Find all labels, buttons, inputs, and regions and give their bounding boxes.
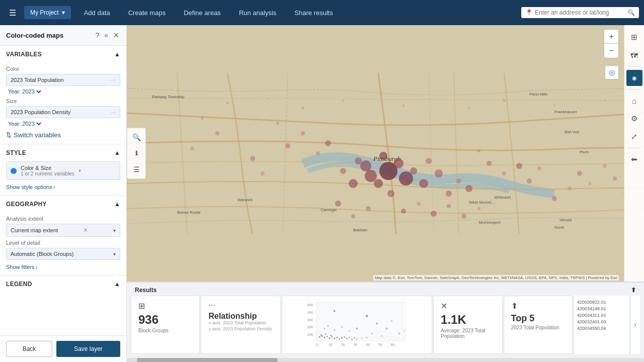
help-icon[interactable]: ? (94, 30, 100, 40)
size-label: Size (6, 98, 120, 104)
basemap-btn[interactable]: 🗺 (626, 47, 642, 63)
svg-point-26 (502, 171, 506, 175)
switch-variables-btn[interactable]: ⇅ Switch variables (6, 131, 120, 139)
svg-point-88 (332, 336, 333, 338)
svg-point-25 (487, 161, 492, 166)
count-label: Block Groups (138, 328, 192, 333)
nav-item-share-results[interactable]: Share results (285, 6, 342, 20)
size-year-dropdown[interactable]: Year: 2023 Year: 2022 (6, 120, 43, 127)
search-icon[interactable]: 🔍 (627, 9, 635, 16)
svg-point-22 (316, 151, 320, 155)
search-input[interactable] (535, 9, 625, 16)
svg-point-107 (356, 327, 358, 329)
svg-text:Versail: Versail (559, 218, 572, 222)
toolbar-divider-3 (628, 148, 640, 148)
svg-text:Whitoash: Whitoash (494, 195, 511, 200)
home-btn[interactable]: ⌂ (626, 93, 642, 109)
color-field-options[interactable]: ··· (111, 77, 116, 83)
color-year-select[interactable]: Year: 2023 Year: 2022 (6, 88, 120, 95)
svg-text:West Mumm...: West Mumm... (469, 200, 495, 205)
svg-point-83 (320, 334, 322, 336)
svg-text:Rahway Township: Rahway Township (152, 95, 185, 99)
count-value: 936 (138, 314, 192, 326)
nav-item-add-data[interactable]: Add data (75, 6, 119, 20)
analysis-extent-field[interactable]: Current map extent ✕ ▾ (6, 224, 120, 237)
results-scrollbar[interactable] (127, 358, 644, 362)
svg-text:60K: 60K (307, 303, 314, 307)
settings-btn[interactable]: ⚙ (626, 111, 642, 127)
show-style-options-link[interactable]: Show style options › (6, 184, 120, 190)
project-selector[interactable]: My Project ▾ (24, 6, 71, 19)
panel-content: Variables ▲ Color 2023 Total Population … (0, 46, 126, 335)
panel-header: Color-coded maps ? « ✕ (0, 25, 126, 46)
svg-point-115 (398, 332, 400, 334)
zoom-out-button[interactable]: − (604, 44, 618, 58)
menu-icon[interactable]: ☰ (5, 6, 20, 20)
variables-section-header[interactable]: Variables ▲ (0, 46, 126, 61)
detail-select[interactable]: Automatic (Block Groups) ▾ (6, 248, 120, 260)
geography-section-header[interactable]: Geography ▲ (0, 196, 126, 211)
search-box[interactable]: 📍 🔍 (521, 7, 639, 18)
close-icon[interactable]: ✕ (112, 30, 120, 40)
results-body: ⊞ 936 Block Groups ⋯ Relationship x-axis… (127, 296, 644, 358)
analysis-extent-chevron[interactable]: ▾ (113, 228, 116, 233)
detail-chevron: ▾ (113, 251, 116, 257)
expand-btn[interactable]: ⤢ (626, 129, 642, 145)
variables-section: Variables ▲ Color 2023 Total Population … (0, 46, 126, 144)
svg-point-19 (465, 185, 472, 192)
legend-section-header[interactable]: Legend ▲ (0, 276, 126, 291)
switch-icon: ⇅ (6, 131, 12, 139)
list-btn[interactable]: ☰ (129, 162, 143, 176)
analysis-extent-clear[interactable]: ✕ (83, 227, 88, 234)
svg-point-105 (342, 326, 343, 328)
results-expand-icon[interactable]: ⬆ (631, 287, 636, 294)
size-field-options[interactable]: ··· (111, 109, 116, 115)
location-icon: 📍 (525, 9, 533, 16)
style-option[interactable]: Color & Size 1 or 2 numeric variables ▾ (6, 161, 120, 180)
save-layer-button[interactable]: Save layer (56, 341, 120, 357)
color-field[interactable]: 2023 Total Population ··· (6, 74, 120, 86)
collapse-icon[interactable]: « (103, 30, 109, 40)
left-panel: Color-coded maps ? « ✕ Variables ▲ Color… (0, 25, 127, 362)
svg-text:20K: 20K (307, 325, 314, 329)
search-map-btn[interactable]: 🔍 (129, 130, 143, 144)
panel-title: Color-coded maps (6, 32, 63, 39)
relationship-yaxis: y-axis: 2023 Population Density (208, 326, 273, 332)
zoom-controls: + − (604, 29, 619, 58)
style-section-header[interactable]: Style ▲ (0, 144, 126, 159)
svg-point-4 (365, 170, 377, 182)
collapse-result-btn[interactable]: ⬅ (626, 151, 642, 167)
analysis-extent-value: Current map extent (11, 227, 58, 233)
map-container[interactable]: Pittsburgh (127, 25, 644, 282)
svg-point-11 (387, 190, 394, 197)
svg-point-35 (366, 206, 371, 211)
nav-item-run-analysis[interactable]: Run analysis (230, 6, 285, 20)
top5-title: Top 5 (511, 314, 565, 323)
color-year-dropdown[interactable]: Year: 2023 Year: 2022 (6, 88, 43, 95)
style-option-sub: 1 or 2 numeric variables (21, 171, 74, 176)
show-filters-link[interactable]: Show filters › (6, 264, 120, 270)
svg-point-6 (374, 179, 383, 188)
svg-point-110 (334, 310, 336, 312)
zoom-in-button[interactable]: + (604, 30, 618, 44)
svg-text:Frankhauser: Frankhauser (554, 110, 577, 114)
far-right-id-item: 420034550.04 (577, 326, 626, 331)
layers-btn[interactable]: ⊞ (626, 29, 642, 45)
results-scrollbar-thumb[interactable] (137, 358, 278, 362)
svg-text:0: 0 (316, 343, 318, 346)
nav-item-create-maps[interactable]: Create maps (119, 6, 175, 20)
location-button[interactable]: ◎ (605, 65, 619, 79)
svg-point-36 (401, 209, 406, 214)
size-field[interactable]: 2023 Population Density ··· (6, 106, 120, 118)
far-right-expand-btn[interactable]: › (630, 296, 640, 354)
location-active-btn[interactable]: ◉ (626, 70, 642, 86)
svg-point-43 (215, 131, 219, 135)
svg-point-58 (503, 100, 506, 102)
nav-item-define-areas[interactable]: Define areas (175, 6, 230, 20)
svg-point-56 (403, 105, 405, 107)
size-year-select[interactable]: Year: 2023 Year: 2022 (6, 120, 120, 127)
info-btn[interactable]: ℹ (129, 146, 143, 160)
svg-point-9 (360, 160, 371, 171)
back-button[interactable]: Back (6, 341, 52, 357)
variables-section-body: Color 2023 Total Population ··· Year: 20… (0, 61, 126, 144)
